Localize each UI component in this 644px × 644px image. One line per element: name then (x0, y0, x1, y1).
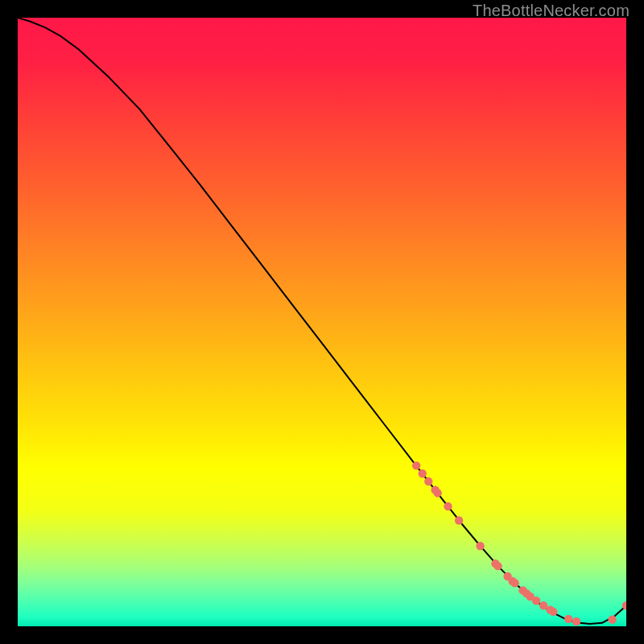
watermark-text: TheBottleNecker.com (473, 2, 630, 20)
scatter-point (419, 469, 427, 477)
chart-plot-area (18, 18, 626, 626)
chart-svg (18, 18, 626, 626)
scatter-point (608, 615, 616, 623)
chart-background-gradient (18, 18, 626, 626)
scatter-point (564, 615, 572, 623)
scatter-point (412, 461, 420, 469)
scatter-point (444, 502, 452, 510)
scatter-point (532, 597, 540, 605)
scatter-point (433, 489, 441, 497)
scatter-point (549, 608, 557, 616)
scatter-point (424, 477, 432, 485)
chart-container: TheBottleNecker.com (0, 0, 644, 644)
scatter-point (493, 562, 502, 570)
scatter-point (476, 542, 484, 550)
scatter-point (455, 516, 463, 524)
scatter-point (510, 579, 518, 587)
scatter-point (572, 617, 580, 625)
